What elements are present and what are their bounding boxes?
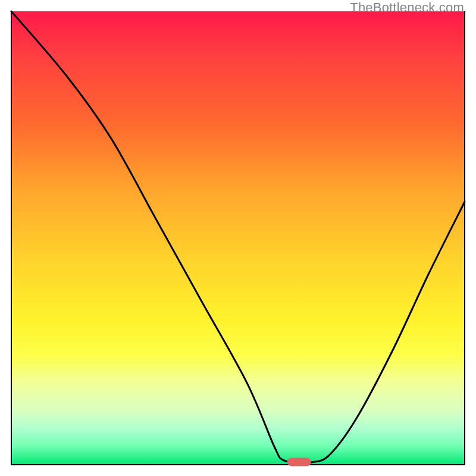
bottleneck-curve	[11, 11, 465, 463]
chart-axes	[11, 11, 465, 465]
watermark-text: TheBottleneck.com	[350, 0, 464, 15]
optimal-marker	[287, 458, 311, 466]
chart-svg	[0, 0, 476, 476]
chart-canvas: TheBottleneck.com	[0, 0, 476, 476]
